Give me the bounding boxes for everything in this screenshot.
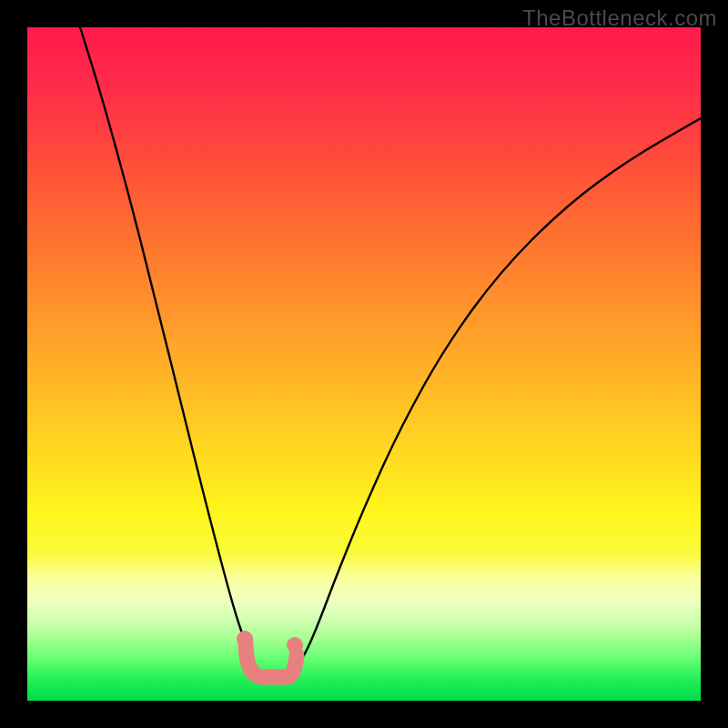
- chart-curve-svg: [27, 27, 701, 701]
- chart-plot-area: [27, 27, 701, 701]
- watermark-text: TheBottleneck.com: [522, 5, 717, 31]
- highlight-markers: [237, 631, 303, 677]
- bottleneck-curve: [80, 27, 701, 677]
- curve-line: [80, 27, 701, 677]
